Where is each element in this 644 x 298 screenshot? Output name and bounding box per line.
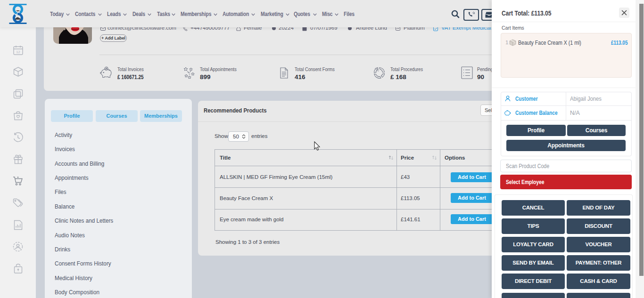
svg-text:12: 12 xyxy=(16,50,20,54)
